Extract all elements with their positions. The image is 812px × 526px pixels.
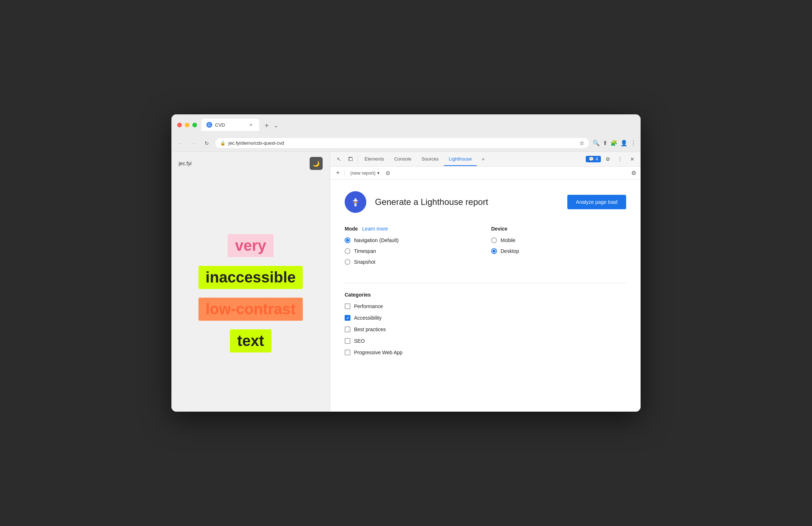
tab-elements[interactable]: Elements: [359, 153, 389, 166]
category-pwa[interactable]: Progressive Web App: [345, 350, 626, 355]
menu-icon[interactable]: ⋮: [630, 140, 636, 146]
address-bar-right: 🔍 ⬆ 🧩 👤 ⋮: [593, 140, 636, 146]
lighthouse-gear-button[interactable]: ⚙: [631, 170, 636, 176]
add-report-button[interactable]: +: [335, 169, 341, 177]
analyze-button[interactable]: Analyze page load: [567, 195, 626, 209]
share-icon[interactable]: ⬆: [603, 140, 607, 146]
radio-navigation-input[interactable]: [345, 237, 350, 243]
tab-lighthouse[interactable]: Lighthouse: [444, 153, 477, 166]
bookmark-icon: ☆: [579, 140, 584, 146]
browser-window: G CVD × + ⌄ ← → ↻ 🔒 jec.fyi/demo/cds-q: [171, 114, 641, 412]
radio-navigation-label: Navigation (Default): [354, 237, 399, 243]
inspector-icon-button[interactable]: ↖: [333, 152, 345, 166]
category-best-practices[interactable]: Best practices: [345, 326, 626, 332]
category-pwa-label: Progressive Web App: [354, 350, 402, 355]
maximize-window-button[interactable]: [192, 123, 197, 127]
webpage-title: jec.fyi: [179, 161, 192, 166]
report-selector[interactable]: (new report) ▾: [348, 169, 383, 177]
radio-snapshot-label: Snapshot: [354, 259, 375, 265]
tab-title: CVD: [215, 122, 245, 128]
category-seo-label: SEO: [354, 338, 365, 344]
tab-menu-button[interactable]: ⌄: [274, 122, 278, 129]
category-seo[interactable]: SEO: [345, 338, 626, 344]
radio-mobile[interactable]: Mobile: [491, 237, 626, 243]
lighthouse-header: Generate a Lighthouse report Analyze pag…: [345, 191, 626, 213]
separator: [345, 283, 626, 283]
forward-button[interactable]: →: [189, 138, 199, 148]
radio-timespan-label: Timespan: [354, 248, 376, 254]
radio-timespan[interactable]: Timespan: [345, 248, 480, 254]
svg-rect-2: [354, 203, 357, 206]
devtools-more-button[interactable]: ⋮: [615, 154, 625, 165]
tab-sources[interactable]: Sources: [416, 153, 444, 166]
forward-icon: →: [191, 140, 196, 146]
back-icon: ←: [178, 140, 183, 146]
lighthouse-logo: [345, 191, 366, 213]
devtools-close-button[interactable]: ✕: [627, 154, 638, 165]
devtools-panel: ↖ ⧠ Elements Console Sources Lighthouse …: [330, 152, 641, 412]
webpage-body: very inaccessible low-contrast text: [171, 175, 330, 412]
browser-tab[interactable]: G CVD ×: [201, 119, 259, 131]
reload-button[interactable]: ↻: [202, 138, 212, 148]
svg-rect-3: [353, 201, 358, 201]
extensions-icon[interactable]: 🧩: [610, 140, 617, 146]
learn-more-link[interactable]: Learn more: [362, 226, 388, 232]
webpage-header: jec.fyi 🌙: [171, 152, 330, 175]
radio-desktop-input[interactable]: [491, 248, 497, 254]
report-selector-label: (new report): [350, 170, 376, 176]
minimize-window-button[interactable]: [185, 123, 189, 127]
checkbox-pwa[interactable]: [345, 350, 350, 355]
reload-icon: ↻: [205, 140, 209, 146]
search-icon[interactable]: 🔍: [593, 140, 600, 146]
tab-close-button[interactable]: ×: [248, 122, 254, 128]
url-text: jec.fyi/demo/cds-quest-cvd: [228, 140, 576, 146]
radio-navigation[interactable]: Navigation (Default): [345, 237, 480, 243]
title-bar: G CVD × + ⌄: [171, 114, 641, 135]
category-accessibility[interactable]: Accessibility: [345, 315, 626, 321]
new-tab-button[interactable]: +: [261, 120, 272, 131]
profile-icon[interactable]: 👤: [620, 140, 628, 146]
devtools-gear-button[interactable]: ⚙: [602, 154, 613, 165]
mode-section: Mode Learn more Navigation (Default) Tim…: [345, 226, 480, 270]
address-bar: ← → ↻ 🔒 jec.fyi/demo/cds-quest-cvd ☆ 🔍 ⬆…: [171, 135, 641, 152]
close-window-button[interactable]: [177, 123, 182, 127]
radio-desktop[interactable]: Desktop: [491, 248, 626, 254]
radio-mobile-label: Mobile: [501, 237, 515, 243]
tab-favicon: G: [206, 122, 212, 128]
device-section: Device Mobile Desktop: [491, 226, 626, 270]
checkbox-performance[interactable]: [345, 303, 350, 309]
category-best-practices-label: Best practices: [354, 326, 386, 332]
radio-timespan-input[interactable]: [345, 248, 350, 254]
category-performance[interactable]: Performance: [345, 303, 626, 309]
dark-mode-button[interactable]: 🌙: [310, 157, 323, 170]
tab-console[interactable]: Console: [389, 153, 416, 166]
mode-label: Mode Learn more: [345, 226, 480, 232]
tab-end-controls: ⌄: [274, 122, 278, 131]
issues-badge[interactable]: 💬 4: [586, 156, 601, 162]
url-bar[interactable]: 🔒 jec.fyi/demo/cds-quest-cvd ☆: [215, 137, 590, 149]
radio-mobile-input[interactable]: [491, 237, 497, 243]
checkbox-best-practices[interactable]: [345, 326, 350, 332]
device-label: Device: [491, 226, 626, 232]
back-button[interactable]: ←: [176, 138, 186, 148]
demo-word-low-contrast: low-contrast: [198, 298, 303, 321]
devtools-toolbar: + (new report) ▾ ⊘ ⚙: [330, 167, 641, 180]
device-icon-button[interactable]: ⧠: [345, 152, 356, 166]
checkbox-accessibility[interactable]: [345, 315, 350, 321]
categories-section: Categories Performance Accessibility Bes…: [345, 292, 626, 355]
devtools-controls: 💬 4 ⚙ ⋮ ✕: [586, 154, 638, 165]
tab-more[interactable]: »: [477, 153, 489, 166]
svg-rect-1: [354, 202, 357, 203]
block-button[interactable]: ⊘: [385, 170, 390, 176]
checkbox-seo[interactable]: [345, 338, 350, 344]
categories-label: Categories: [345, 292, 626, 298]
window-controls: [177, 123, 197, 127]
lighthouse-options: Mode Learn more Navigation (Default) Tim…: [345, 226, 626, 270]
radio-snapshot-input[interactable]: [345, 259, 350, 265]
category-accessibility-label: Accessibility: [354, 315, 381, 321]
demo-word-inaccessible: inaccessible: [198, 266, 303, 289]
lighthouse-title: Generate a Lighthouse report: [375, 197, 559, 207]
radio-snapshot[interactable]: Snapshot: [345, 259, 480, 265]
browser-content: jec.fyi 🌙 very inaccessible low-contrast…: [171, 152, 641, 412]
demo-word-very: very: [228, 234, 273, 257]
